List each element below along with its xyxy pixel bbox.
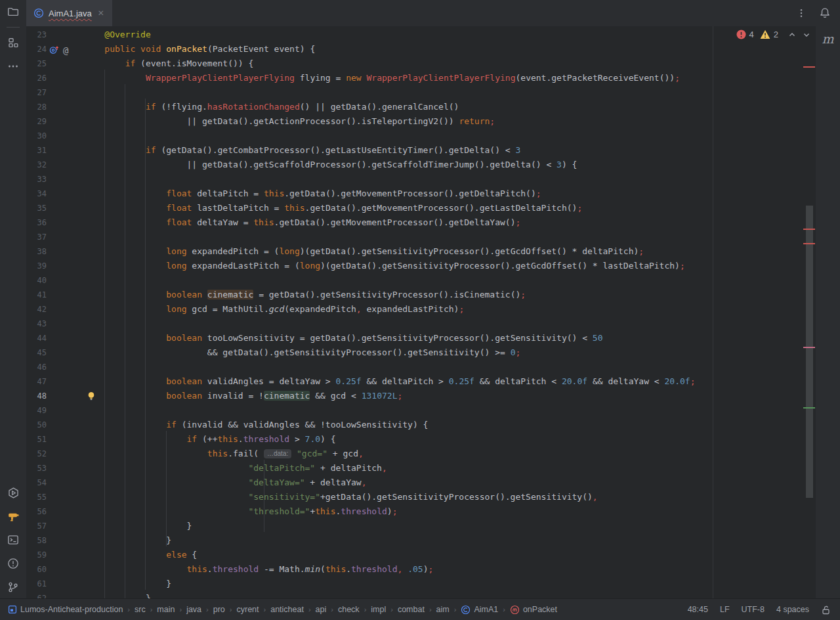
code-line[interactable]: 30 xyxy=(26,129,816,143)
project-folder-icon[interactable] xyxy=(4,3,22,21)
code-line[interactable]: 43 xyxy=(26,317,816,331)
code-line[interactable]: 60 this.threshold -= Math.min(this.thres… xyxy=(26,562,816,577)
line-number[interactable]: 54 xyxy=(26,476,47,490)
code-line[interactable]: 46 xyxy=(26,360,816,374)
line-number[interactable]: 44 xyxy=(26,331,47,345)
breadcrumb-item[interactable]: onPacket xyxy=(510,605,557,615)
line-number[interactable]: 53 xyxy=(26,461,47,476)
line-number[interactable]: 56 xyxy=(26,504,47,519)
code-line[interactable]: 55 "sensitivity="+getData().getSensitivi… xyxy=(26,490,816,504)
line-number[interactable]: 59 xyxy=(26,548,47,562)
code-line[interactable]: 40 xyxy=(26,273,816,288)
code-line[interactable]: 56 "threshold="+this.threshold); xyxy=(26,504,816,519)
code-line[interactable]: 51 if (++this.threshold > 7.0) { xyxy=(26,432,816,447)
line-number[interactable]: 28 xyxy=(26,100,47,114)
editor-tab-aima1[interactable]: AimA1.java ✕ xyxy=(26,0,112,26)
line-number[interactable]: 29 xyxy=(26,114,47,129)
line-number[interactable]: 39 xyxy=(26,259,47,273)
structure-icon[interactable] xyxy=(4,33,22,52)
breadcrumb-item[interactable]: anticheat xyxy=(270,605,304,614)
terminal-icon[interactable] xyxy=(4,531,22,549)
line-number[interactable]: 45 xyxy=(26,345,47,360)
git-branch-icon[interactable] xyxy=(4,578,22,596)
code-line[interactable]: 29 || getData().getActionProcessor().isT… xyxy=(26,114,816,129)
code-line[interactable]: 27 xyxy=(26,85,816,100)
line-number[interactable]: 23 xyxy=(26,28,47,42)
code-line[interactable]: 59 else { xyxy=(26,548,816,562)
code-line[interactable]: 28 if (!flying.hasRotationChanged() || g… xyxy=(26,100,816,114)
stripe-mark[interactable] xyxy=(803,229,815,230)
breadcrumb-item[interactable]: impl xyxy=(371,605,386,614)
line-number[interactable]: 42 xyxy=(26,302,47,317)
line-number[interactable]: 43 xyxy=(26,317,47,331)
code-line[interactable]: 58 } xyxy=(26,533,816,548)
code-line[interactable]: 25 if (event.isMovement()) { xyxy=(26,56,816,71)
line-number[interactable]: 57 xyxy=(26,519,47,533)
line-number[interactable]: 58 xyxy=(26,533,47,548)
code-line[interactable]: 32 || getData().getScaffoldProcessor().g… xyxy=(26,158,816,172)
code-line[interactable]: 61 } xyxy=(26,577,816,591)
inspections-widget[interactable]: 4 2 xyxy=(736,30,810,39)
code-line[interactable]: 31 if (getData().getCombatProcessor().ge… xyxy=(26,143,816,158)
code-line[interactable]: 41 boolean cinematic = getData().getSens… xyxy=(26,288,816,302)
breadcrumb-item[interactable]: java xyxy=(186,605,201,614)
prev-problem-icon[interactable] xyxy=(788,31,796,39)
code-line[interactable]: 49 xyxy=(26,403,816,418)
build-drill-icon[interactable] xyxy=(4,507,22,525)
kebab-menu-icon[interactable] xyxy=(791,3,811,23)
overrides-method-icon[interactable] xyxy=(49,44,60,55)
indentation[interactable]: 4 spaces xyxy=(776,605,809,614)
unlocked-padlock-icon[interactable] xyxy=(821,605,831,615)
code-line[interactable]: 54 "deltaYaw=" + deltaYaw, xyxy=(26,476,816,490)
breadcrumb-item[interactable]: main xyxy=(157,605,175,614)
breadcrumb-item[interactable]: AimA1 xyxy=(461,605,498,615)
line-number[interactable]: 32 xyxy=(26,158,47,172)
line-number[interactable]: 51 xyxy=(26,432,47,447)
code-editor[interactable]: 23 @Override24@ public void onPacket(Pac… xyxy=(26,26,816,599)
breadcrumb-item[interactable]: combat xyxy=(398,605,425,614)
line-number[interactable]: 55 xyxy=(26,490,47,504)
code-line[interactable]: 44 boolean tooLowSensitivity = getData()… xyxy=(26,331,816,345)
code-line[interactable]: 34 float deltaPitch = this.getData().get… xyxy=(26,187,816,201)
line-number[interactable]: 35 xyxy=(26,201,47,215)
stripe-mark[interactable] xyxy=(803,243,815,244)
line-number[interactable]: 30 xyxy=(26,129,47,143)
breadcrumb-item[interactable]: src xyxy=(135,605,146,614)
code-line[interactable]: 33 xyxy=(26,172,816,187)
breadcrumb-item[interactable]: pro xyxy=(213,605,225,614)
code-line[interactable]: 47 boolean validAngles = deltaYaw > 0.25… xyxy=(26,374,816,389)
code-line[interactable]: 38 long expandedPitch = (long)(getData()… xyxy=(26,244,816,259)
stripe-mark[interactable] xyxy=(803,407,815,409)
line-number[interactable]: 25 xyxy=(26,56,47,71)
code-line[interactable]: 53 "deltaPitch=" + deltaPitch, xyxy=(26,461,816,476)
line-number[interactable]: 34 xyxy=(26,187,47,201)
breadcrumb-item[interactable]: check xyxy=(338,605,360,614)
line-ending[interactable]: LF xyxy=(720,605,730,614)
line-number[interactable]: 36 xyxy=(26,215,47,230)
line-number[interactable]: 27 xyxy=(26,85,47,100)
problems-icon[interactable] xyxy=(4,554,22,573)
scrollbar-thumb[interactable] xyxy=(806,206,813,498)
code-line[interactable]: 50 if (invalid && validAngles && !tooLow… xyxy=(26,418,816,432)
line-number[interactable]: 61 xyxy=(26,577,47,591)
more-tools-icon[interactable] xyxy=(4,57,22,76)
line-number[interactable]: 49 xyxy=(26,403,47,418)
stripe-mark[interactable] xyxy=(803,347,815,348)
line-number[interactable]: 60 xyxy=(26,562,47,577)
line-number[interactable]: 31 xyxy=(26,143,47,158)
line-number[interactable]: 48 xyxy=(26,389,47,403)
code-line[interactable]: 36 float deltaYaw = this.getData().getMo… xyxy=(26,215,816,230)
tab-close-icon[interactable]: ✕ xyxy=(96,9,106,18)
line-number[interactable]: 47 xyxy=(26,374,47,389)
code-line[interactable]: 45 && getData().getSensitivityProcessor(… xyxy=(26,345,816,360)
stripe-mark[interactable] xyxy=(803,66,815,68)
code-line[interactable]: 24@ public void onPacket(PacketEvent eve… xyxy=(26,42,816,56)
code-line[interactable]: 42 long gcd = MathUtil.gcd(expandedPitch… xyxy=(26,302,816,317)
services-play-icon[interactable] xyxy=(4,483,22,502)
breadcrumb-item[interactable]: aim xyxy=(436,605,450,614)
maven-tool-icon[interactable]: m xyxy=(822,32,833,46)
next-problem-icon[interactable] xyxy=(803,31,810,39)
code-line[interactable]: 37 xyxy=(26,230,816,244)
line-number[interactable]: 24 xyxy=(26,42,47,56)
line-number[interactable]: 50 xyxy=(26,418,47,432)
